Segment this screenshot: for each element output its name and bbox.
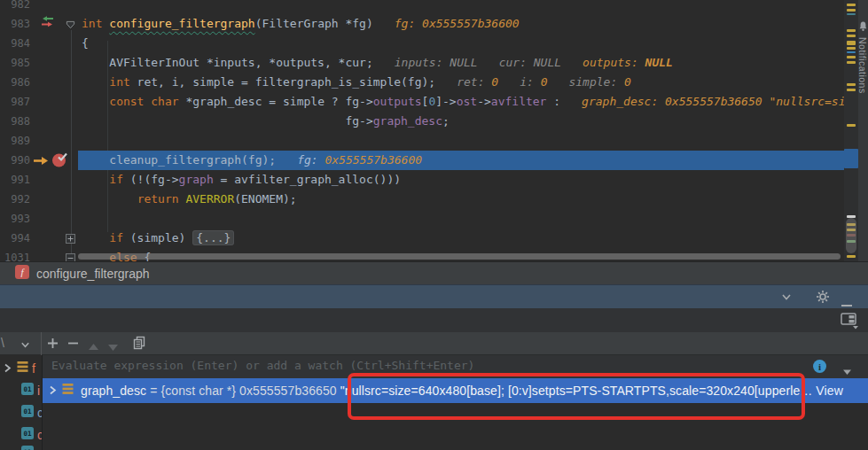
code-editor[interactable]: 982983int configure_filtergraph(FilterGr… (0, 0, 844, 261)
stripe-mark (847, 29, 856, 32)
variables-left-pane[interactable]: f01i01c01c01r (0, 355, 42, 450)
inline-debug-hint: cur: NULL (499, 56, 561, 69)
layout-settings-icon[interactable] (841, 312, 860, 333)
svg-text:01: 01 (23, 385, 32, 393)
evaluate-expression-input[interactable]: Evaluate expression (Enter) or add a wat… (43, 355, 868, 378)
code-line[interactable]: 993 (0, 209, 844, 229)
stripe-mark (847, 35, 856, 37)
line-number: 982 (0, 0, 39, 14)
variable-row[interactable]: 01c (0, 425, 42, 445)
recursive-call-icon (39, 14, 56, 30)
primitive-value-icon: 01 (21, 383, 34, 395)
stripe-mark (847, 47, 856, 50)
move-down-button[interactable] (107, 339, 119, 355)
primitive-value-icon: 01 (21, 405, 34, 417)
code-line[interactable]: 987 const char *graph_desc = simple ? fg… (0, 92, 844, 112)
stripe-mark (847, 83, 856, 86)
watch-icon (17, 361, 28, 373)
scrollbar-stripe[interactable] (844, 0, 858, 261)
toolbar-separator (41, 332, 42, 355)
inline-debug-hint: simple: 0 (568, 75, 630, 89)
horizontal-scrollbar[interactable] (78, 253, 841, 260)
line-number: 989 (0, 131, 39, 151)
execution-pointer-icon (32, 154, 50, 167)
watches-toolbar: \ (0, 332, 868, 355)
expand-chevron-icon[interactable] (4, 363, 12, 373)
variable-row[interactable]: 01i (0, 381, 42, 400)
inline-debug-hint: fg: 0x555557b36600 (297, 153, 422, 167)
variable-label: i (37, 384, 40, 398)
copy-button[interactable] (132, 336, 146, 354)
editor-lines: 982983int configure_filtergraph(FilterGr… (0, 0, 844, 261)
code-line[interactable]: 994 if (simple) {...} (0, 229, 844, 248)
info-icon[interactable]: i (812, 359, 827, 377)
stripe-mark (847, 255, 856, 258)
inline-debug-hint: fg: 0x555557b36600 (395, 17, 520, 30)
line-number: 1031 (0, 248, 39, 261)
line-number: 993 (0, 209, 39, 229)
watch-name: graph_desc (81, 384, 146, 398)
stripe-mark (847, 41, 856, 45)
stripe-mark (847, 89, 856, 91)
inline-debug-hint: graph_desc: 0x555557b36650 "nullsrc=siz (582, 95, 844, 108)
clipped-icon: \ (1, 336, 10, 350)
code-line[interactable]: 989 (0, 131, 844, 151)
expand-chevron-icon[interactable] (49, 383, 57, 399)
remove-watch-button[interactable] (66, 337, 80, 353)
line-number: 984 (0, 34, 39, 53)
line-number: 985 (0, 53, 39, 73)
function-icon: f (15, 265, 29, 283)
stripe-mark (847, 51, 856, 53)
primitive-value-icon: 01 (21, 427, 34, 439)
history-caret-icon[interactable] (843, 363, 852, 379)
line-number: 994 (0, 229, 39, 248)
stripe-mark (847, 124, 856, 127)
code-line[interactable]: 985 AVFilterInOut *inputs, *outputs, *cu… (0, 53, 844, 73)
svg-text:01: 01 (23, 407, 32, 415)
bell-icon (858, 19, 868, 35)
code-line[interactable]: 986 int ret, i, simple = filtergraph_is_… (0, 73, 844, 92)
code-line[interactable]: 992 return AVERROR(ENOMEM); (0, 190, 844, 209)
watch-row-graph-desc[interactable]: graph_desc = {const char *} 0x555557b366… (43, 378, 868, 403)
gear-icon[interactable] (816, 290, 830, 307)
code-line[interactable]: 983int configure_filtergraph(FilterGraph… (0, 14, 844, 34)
line-number: 988 (0, 112, 39, 131)
toolbar-chevron-down-icon[interactable] (20, 338, 31, 354)
breadcrumb: f configure_filtergraph (0, 261, 868, 284)
code-line[interactable]: 984{ (0, 34, 844, 53)
stripe-mark (847, 9, 856, 12)
evaluate-placeholder: Evaluate expression (Enter) or add a wat… (51, 359, 474, 372)
ide-window: 982983int configure_filtergraph(FilterGr… (0, 0, 868, 450)
variable-row[interactable]: 01r (0, 444, 42, 450)
inline-debug-hint: inputs: NULL (395, 56, 478, 69)
inline-debug-hint: i: 0 (520, 75, 547, 89)
stripe-mark (847, 4, 856, 6)
watch-string-value: "nullsrc=size=640x480[base]; [0:v]setpts… (340, 384, 801, 398)
code-line[interactable]: 990 cleanup_filtergraph(fg);fg: 0x555557… (0, 151, 844, 170)
move-up-button[interactable] (88, 339, 99, 355)
variable-label: r (37, 446, 42, 450)
variable-row[interactable]: 01c (0, 403, 42, 423)
stripe-mark (844, 149, 858, 168)
code-line[interactable]: 988 fg->graph_desc; (0, 112, 844, 131)
breadcrumb-function-label[interactable]: configure_filtergraph (36, 267, 150, 281)
notifications-toolwindow-button[interactable]: Notifications (858, 0, 868, 261)
chevron-down-icon[interactable] (780, 291, 793, 306)
vertical-scrollbar-thumb[interactable] (846, 218, 856, 253)
code-line[interactable]: 991 if (!(fg->graph = avfilter_graph_all… (0, 170, 844, 190)
fold-collapse-box-icon[interactable] (66, 253, 75, 262)
line-number: 987 (0, 92, 39, 112)
watch-value-text: graph_desc = {const char *} 0x555557b366… (81, 384, 843, 398)
breakpoint-verified-icon[interactable] (51, 151, 68, 168)
code-line[interactable]: 982 (0, 0, 844, 14)
fold-expand-icon[interactable] (66, 234, 75, 244)
fold-collapse-icon[interactable] (66, 20, 75, 30)
inline-debug-hint: ret: 0 (457, 75, 498, 89)
stripe-mark (847, 61, 856, 64)
line-number: 992 (0, 190, 39, 209)
add-watch-button[interactable] (46, 337, 59, 353)
line-number: 983 (0, 14, 39, 35)
variable-row[interactable]: f (0, 359, 42, 378)
view-link[interactable]: View (816, 384, 843, 398)
watch-icon (62, 383, 74, 399)
